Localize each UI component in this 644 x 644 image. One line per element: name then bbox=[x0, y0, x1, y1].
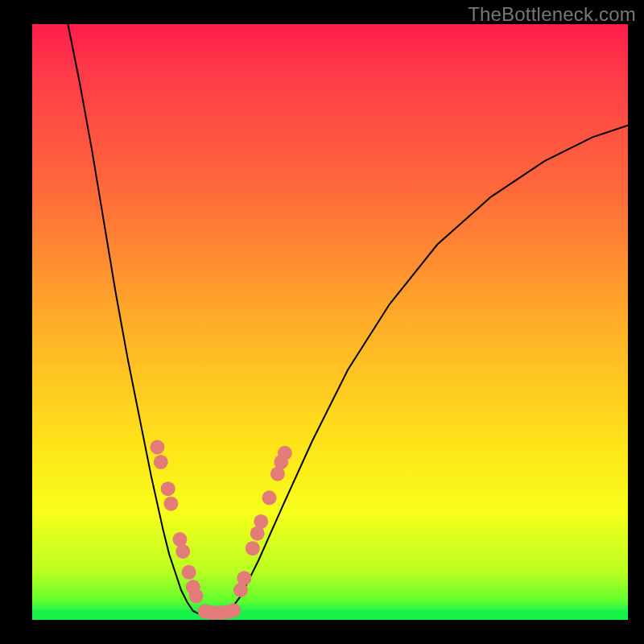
data-marker bbox=[161, 481, 175, 496]
marker-group bbox=[150, 440, 291, 620]
data-marker bbox=[175, 544, 190, 559]
data-marker bbox=[154, 455, 168, 469]
data-marker bbox=[237, 571, 251, 585]
data-marker bbox=[163, 497, 178, 511]
data-marker bbox=[150, 440, 164, 454]
data-marker bbox=[226, 603, 241, 617]
data-marker bbox=[189, 588, 204, 603]
data-marker bbox=[262, 490, 277, 505]
frame: TheBottleneck.com bbox=[0, 0, 644, 644]
bottleneck-curve bbox=[68, 24, 628, 615]
data-marker bbox=[278, 446, 292, 460]
chart-svg bbox=[32, 24, 628, 620]
data-marker bbox=[182, 565, 196, 580]
data-marker bbox=[254, 514, 268, 529]
data-marker bbox=[246, 541, 260, 555]
plot-area bbox=[32, 24, 628, 620]
watermark-text: TheBottleneck.com bbox=[468, 3, 636, 26]
